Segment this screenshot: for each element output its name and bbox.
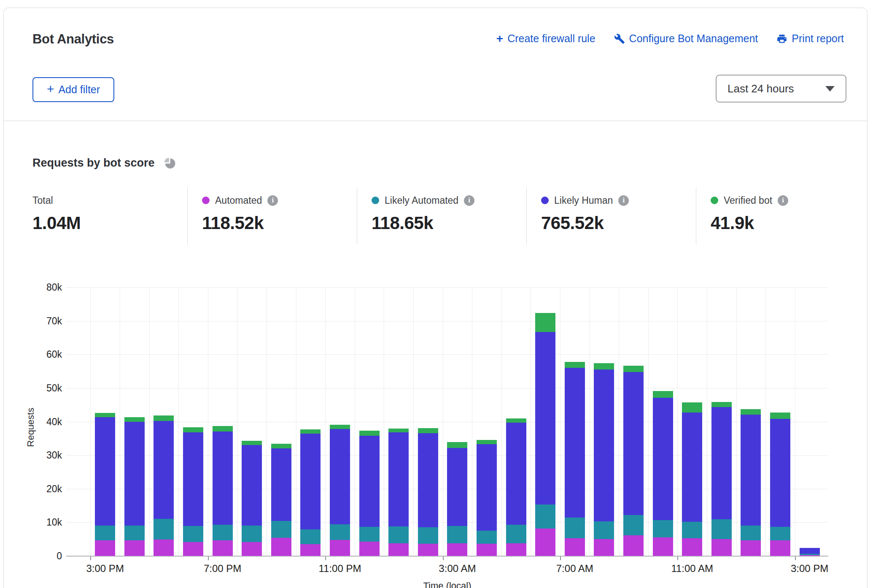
bar-segment-automated[interactable]: [535, 529, 555, 556]
bar-segment-automated[interactable]: [800, 555, 820, 556]
bar-segment-automated[interactable]: [477, 544, 497, 556]
bar-segment-verified-bot[interactable]: [418, 428, 438, 433]
bar-segment-automated[interactable]: [506, 543, 526, 556]
bar-segment-likely-automated[interactable]: [418, 527, 438, 544]
bar-segment-automated[interactable]: [741, 540, 761, 556]
bar-segment-verified-bot[interactable]: [770, 413, 790, 419]
bar-segment-likely-automated[interactable]: [770, 527, 790, 541]
bar-segment-likely-human[interactable]: [300, 434, 321, 529]
info-icon[interactable]: i: [267, 195, 278, 206]
bar-segment-automated[interactable]: [330, 540, 350, 556]
bar-segment-likely-automated[interactable]: [741, 526, 761, 541]
bar-segment-automated[interactable]: [213, 540, 233, 556]
bar-segment-likely-human[interactable]: [623, 372, 644, 515]
bar-segment-likely-human[interactable]: [388, 432, 409, 526]
bar-segment-verified-bot[interactable]: [213, 426, 233, 432]
bar-segment-likely-automated[interactable]: [154, 519, 174, 539]
bar-segment-likely-automated[interactable]: [711, 519, 732, 539]
bar-segment-automated[interactable]: [300, 544, 321, 556]
bar-segment-automated[interactable]: [154, 539, 174, 556]
bar-segment-likely-human[interactable]: [154, 421, 174, 519]
bar-segment-likely-automated[interactable]: [653, 520, 673, 537]
bar-segment-automated[interactable]: [711, 539, 732, 556]
bar-segment-likely-human[interactable]: [242, 445, 262, 526]
bar-segment-automated[interactable]: [653, 537, 673, 556]
print-report-link[interactable]: Print report: [776, 32, 844, 45]
bar-segment-verified-bot[interactable]: [95, 413, 115, 417]
time-range-select[interactable]: Last 24 hours: [716, 75, 846, 102]
bar-segment-likely-human[interactable]: [447, 448, 467, 526]
bar-segment-verified-bot[interactable]: [711, 402, 732, 407]
bar-segment-likely-human[interactable]: [594, 370, 614, 521]
bar-segment-likely-human[interactable]: [506, 423, 526, 525]
bar-segment-likely-human[interactable]: [535, 332, 555, 504]
bar-segment-likely-human[interactable]: [800, 548, 820, 554]
bar-segment-verified-bot[interactable]: [477, 440, 497, 444]
bar-segment-verified-bot[interactable]: [183, 427, 203, 432]
bar-segment-verified-bot[interactable]: [271, 444, 291, 448]
bar-segment-automated[interactable]: [271, 538, 291, 556]
bar-segment-likely-automated[interactable]: [594, 521, 614, 539]
info-icon[interactable]: i: [778, 195, 788, 206]
bar-segment-automated[interactable]: [594, 539, 614, 556]
bar-segment-likely-automated[interactable]: [506, 525, 526, 543]
bar-segment-likely-automated[interactable]: [242, 526, 262, 542]
configure-bot-management-link[interactable]: Configure Bot Management: [614, 32, 758, 45]
bar-segment-likely-automated[interactable]: [124, 526, 145, 541]
bar-segment-verified-bot[interactable]: [359, 431, 380, 436]
bar-segment-automated[interactable]: [623, 535, 644, 556]
bar-segment-likely-automated[interactable]: [300, 529, 321, 544]
bar-segment-likely-automated[interactable]: [565, 518, 585, 538]
bar-segment-automated[interactable]: [418, 544, 438, 556]
bar-segment-likely-human[interactable]: [418, 433, 438, 527]
bar-segment-likely-human[interactable]: [271, 448, 291, 521]
bar-segment-likely-human[interactable]: [565, 368, 585, 518]
bar-segment-likely-automated[interactable]: [271, 521, 291, 538]
bar-segment-verified-bot[interactable]: [154, 415, 174, 421]
bar-segment-automated[interactable]: [359, 542, 380, 556]
bar-segment-automated[interactable]: [565, 538, 585, 556]
bar-segment-automated[interactable]: [388, 543, 409, 556]
bar-segment-likely-automated[interactable]: [330, 524, 350, 540]
bar-segment-verified-bot[interactable]: [330, 425, 350, 429]
bar-segment-verified-bot[interactable]: [565, 362, 585, 368]
bar-segment-likely-human[interactable]: [770, 419, 790, 527]
bar-segment-likely-automated[interactable]: [95, 526, 115, 541]
bar-segment-verified-bot[interactable]: [242, 441, 262, 445]
bar-segment-automated[interactable]: [447, 543, 467, 556]
bar-segment-verified-bot[interactable]: [535, 313, 555, 332]
bar-segment-likely-human[interactable]: [183, 432, 203, 526]
bar-segment-likely-human[interactable]: [477, 444, 497, 531]
create-firewall-rule-link[interactable]: + Create firewall rule: [496, 32, 595, 45]
bar-segment-verified-bot[interactable]: [447, 442, 467, 448]
bar-segment-automated[interactable]: [682, 538, 702, 556]
bar-segment-likely-automated[interactable]: [477, 531, 497, 544]
bar-segment-verified-bot[interactable]: [506, 418, 526, 423]
bar-segment-likely-automated[interactable]: [213, 525, 233, 540]
bar-segment-likely-human[interactable]: [330, 429, 350, 524]
bar-segment-likely-automated[interactable]: [682, 522, 702, 538]
bar-segment-automated[interactable]: [770, 540, 790, 556]
bar-segment-likely-human[interactable]: [213, 432, 233, 525]
bar-segment-likely-human[interactable]: [124, 422, 145, 525]
bar-segment-likely-human[interactable]: [653, 398, 673, 520]
bar-segment-automated[interactable]: [242, 542, 262, 556]
bar-segment-likely-automated[interactable]: [183, 526, 203, 542]
bar-segment-verified-bot[interactable]: [300, 429, 321, 434]
bar-segment-likely-human[interactable]: [741, 415, 761, 526]
bar-segment-likely-human[interactable]: [711, 407, 732, 519]
bar-segment-verified-bot[interactable]: [741, 409, 761, 415]
bar-segment-automated[interactable]: [124, 540, 145, 556]
bar-segment-verified-bot[interactable]: [388, 429, 409, 432]
bar-segment-verified-bot[interactable]: [682, 402, 702, 413]
bar-segment-automated[interactable]: [183, 542, 203, 556]
bar-segment-likely-human[interactable]: [682, 413, 702, 522]
bar-segment-likely-automated[interactable]: [535, 504, 555, 529]
bar-segment-likely-human[interactable]: [359, 436, 380, 527]
bar-segment-verified-bot[interactable]: [653, 391, 673, 398]
bar-segment-verified-bot[interactable]: [594, 363, 614, 370]
bar-segment-likely-automated[interactable]: [359, 527, 380, 542]
bar-segment-verified-bot[interactable]: [623, 366, 644, 372]
bar-segment-likely-automated[interactable]: [447, 526, 467, 543]
bar-segment-likely-automated[interactable]: [388, 526, 409, 543]
